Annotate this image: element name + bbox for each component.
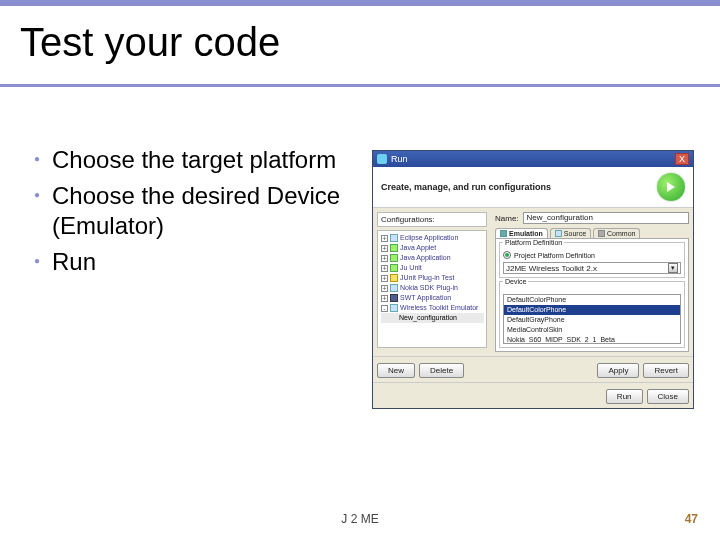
new-button[interactable]: New [377, 363, 415, 378]
tree-node: +Nokia SDK Plug-in [381, 283, 484, 293]
tree-node: +Java Applet [381, 243, 484, 253]
tree-node-label[interactable]: Ju Unit [400, 263, 422, 273]
device-list[interactable]: DefaultColorPhone DefaultColorPhone Defa… [503, 294, 681, 344]
tab-common[interactable]: Common [593, 228, 640, 238]
source-icon [555, 230, 562, 237]
node-icon [390, 304, 398, 312]
tree-node: +SWT Application [381, 293, 484, 303]
node-icon [390, 274, 398, 282]
expand-icon[interactable]: + [381, 235, 388, 242]
device-list-item[interactable]: MediaControlSkin [504, 325, 680, 335]
tree-node-label[interactable]: Nokia SDK Plug-in [400, 283, 458, 293]
expand-icon[interactable]: + [381, 255, 388, 262]
tree-node-label[interactable]: Java Application [400, 253, 451, 263]
middle-button-row: New Delete Apply Revert [373, 356, 693, 382]
configuration-details: Name: New_configuration Emulation Source… [491, 208, 693, 356]
run-dialog-window: Run X Create, manage, and run configurat… [372, 150, 694, 409]
close-button-bottom[interactable]: Close [647, 389, 689, 404]
tab-emulation[interactable]: Emulation [495, 228, 548, 238]
common-icon [598, 230, 605, 237]
device-group-title: Device [503, 278, 528, 285]
slide-bullets: Choose the target platform Choose the de… [30, 145, 360, 283]
configurations-panel: Configurations: +Eclipse Application +Ja… [373, 208, 491, 356]
radio-button[interactable] [503, 251, 511, 259]
tab-label: Emulation [509, 230, 543, 237]
platform-radio-label: Project Platform Definition [514, 252, 595, 259]
bottom-button-row: Run Close [373, 382, 693, 408]
slide-footer-center: J 2 ME [0, 512, 720, 526]
tree-node-label[interactable]: SWT Application [400, 293, 451, 303]
expand-icon[interactable]: - [381, 305, 388, 312]
platform-group: Platform Definition Project Platform Def… [499, 242, 685, 278]
tab-strip: Emulation Source Common [495, 228, 689, 238]
expand-icon[interactable]: + [381, 275, 388, 282]
emulation-pane: Platform Definition Project Platform Def… [495, 238, 689, 352]
tree-node-label[interactable]: Wireless Toolkit Emulator [400, 303, 478, 313]
platform-combo-value: J2ME Wireless Toolkit 2.x [506, 264, 597, 273]
dialog-subheader: Create, manage, and run configurations [373, 167, 693, 207]
node-icon [390, 284, 398, 292]
titlebar[interactable]: Run X [373, 151, 693, 167]
device-group: Device DefaultColorPhone DefaultColorPho… [499, 281, 685, 348]
platform-radio-row[interactable]: Project Platform Definition [503, 251, 681, 259]
expand-icon[interactable]: + [381, 285, 388, 292]
tree-node: -Wireless Toolkit Emulator [381, 303, 484, 313]
phone-icon [500, 230, 507, 237]
slide-page-number: 47 [685, 512, 698, 526]
bullet-item: Choose the target platform [52, 145, 360, 175]
tree-node-label[interactable]: JUnit Plug-in Test [400, 273, 454, 283]
bullet-item: Choose the desired Device (Emulator) [52, 181, 360, 241]
delete-button[interactable]: Delete [419, 363, 464, 378]
name-input[interactable]: New_configuration [523, 212, 689, 224]
tree-node-selected: New_configuration [381, 313, 484, 323]
tree-node: +Java Application [381, 253, 484, 263]
title-underline [0, 84, 720, 87]
play-circle-icon [657, 173, 685, 201]
device-list-item[interactable]: Nokia_S60_MIDP_SDK_2_1_Beta [504, 335, 680, 344]
node-icon [390, 244, 398, 252]
device-list-item[interactable]: DefaultGrayPhone [504, 315, 680, 325]
tree-node-label[interactable]: Eclipse Application [400, 233, 458, 243]
dialog-subheader-text: Create, manage, and run configurations [381, 182, 657, 192]
platform-group-title: Platform Definition [503, 239, 564, 246]
expand-icon[interactable]: + [381, 265, 388, 272]
name-label: Name: [495, 214, 519, 223]
node-icon [390, 294, 398, 302]
tab-label: Common [607, 230, 635, 237]
device-list-item-selected[interactable]: DefaultColorPhone [504, 305, 680, 315]
run-dialog-title: Run [391, 154, 671, 164]
device-list-item[interactable]: DefaultColorPhone [504, 295, 680, 305]
revert-button[interactable]: Revert [643, 363, 689, 378]
expand-icon[interactable]: + [381, 245, 388, 252]
node-icon [390, 264, 398, 272]
tab-label: Source [564, 230, 586, 237]
chevron-down-icon[interactable]: ▾ [668, 263, 678, 273]
tree-node: +Ju Unit [381, 263, 484, 273]
tree-node-label[interactable]: Java Applet [400, 243, 436, 253]
tree-node-label[interactable]: New_configuration [399, 313, 457, 323]
expand-icon[interactable]: + [381, 295, 388, 302]
configurations-tree[interactable]: +Eclipse Application +Java Applet +Java … [377, 230, 487, 348]
slide-top-accent [0, 0, 720, 6]
run-button[interactable]: Run [606, 389, 643, 404]
tab-source[interactable]: Source [550, 228, 591, 238]
run-dialog-icon [377, 154, 387, 164]
configurations-label: Configurations: [377, 212, 487, 227]
slide-title: Test your code [20, 20, 280, 65]
platform-combo[interactable]: J2ME Wireless Toolkit 2.x ▾ [503, 262, 681, 274]
apply-button[interactable]: Apply [597, 363, 639, 378]
bullet-item: Run [52, 247, 360, 277]
tree-node: +JUnit Plug-in Test [381, 273, 484, 283]
node-icon [390, 254, 398, 262]
close-button[interactable]: X [675, 153, 689, 165]
tree-node: +Eclipse Application [381, 233, 484, 243]
node-icon [390, 234, 398, 242]
